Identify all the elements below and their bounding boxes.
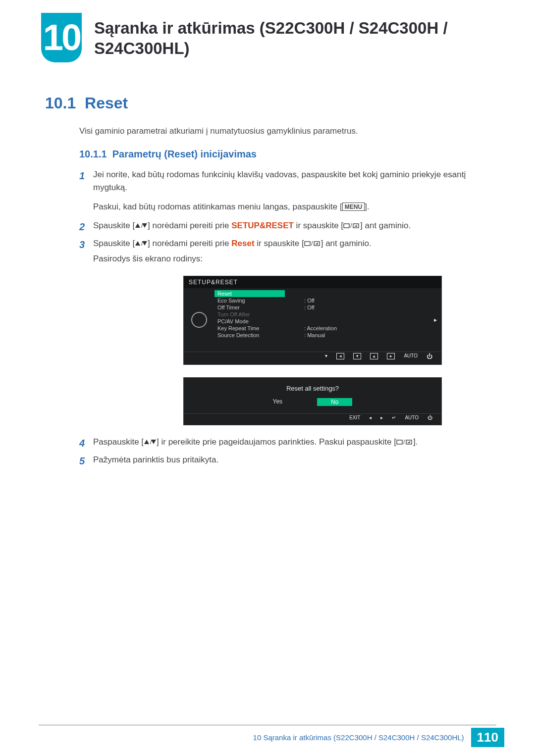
osd-title: SETUP&RESET xyxy=(184,276,441,288)
nav-left-icon[interactable]: ◂ xyxy=(336,353,344,359)
svg-text:/: / xyxy=(350,223,352,229)
svg-text:/: / xyxy=(311,241,313,247)
svg-rect-9 xyxy=(305,242,310,246)
manual-page: 10 Sąranka ir atkūrimas (S22C300H / S24C… xyxy=(0,0,535,756)
confirm-question: Reset all settings? xyxy=(184,378,441,392)
nav-left-icon[interactable]: ◂ xyxy=(369,415,372,425)
step1-text: Jei norite, kad būtų rodomas funkcinių k… xyxy=(93,170,466,192)
chapter-title: Sąranka ir atkūrimas (S22C300H / S24C300… xyxy=(94,18,500,59)
step-4: 4 Paspauskite [/] ir pereikite prie page… xyxy=(79,436,494,451)
section-description: Visi gaminio parametrai atkuriami į numa… xyxy=(79,126,358,136)
subsection-heading: 10.1.1 Parametrų (Reset) inicijavimas xyxy=(79,149,257,160)
setup-reset-label: SETUP&RESET xyxy=(231,221,294,230)
osd-nav-bar: ▾ ◂ ▾ ▴ ▸ AUTO ⏻ xyxy=(184,352,441,363)
subsection-number: 10.1.1 xyxy=(79,149,107,159)
footer-breadcrumb: 10 Sąranka ir atkūrimas (S22C300H / S24C… xyxy=(253,733,464,742)
up-down-icon: / xyxy=(135,223,148,229)
osd-item-key-repeat-time[interactable]: Key Repeat Time xyxy=(214,325,301,332)
svg-rect-3 xyxy=(344,224,349,228)
svg-marker-14 xyxy=(151,440,156,444)
page-footer: 10 Sąranka ir atkūrimas (S22C300H / S24C… xyxy=(0,728,535,747)
nav-enter-icon[interactable]: ↵ xyxy=(392,415,396,425)
svg-marker-8 xyxy=(142,241,147,246)
footer-rule xyxy=(39,725,496,725)
page-number: 110 xyxy=(471,728,504,747)
osd-item-reset[interactable]: Reset xyxy=(214,290,285,297)
svg-rect-11 xyxy=(314,242,320,246)
nav-right-icon[interactable]: ▸ xyxy=(387,353,395,359)
power-icon[interactable]: ⏻ xyxy=(428,415,432,425)
source-enter-icon: / xyxy=(396,439,413,445)
svg-marker-6 xyxy=(135,241,140,246)
step-1: 1 Jei norite, kad būtų rodomas funkcinių… xyxy=(79,168,494,213)
step-5: 5 Pažymėta parinktis bus pritaikyta. xyxy=(79,454,494,468)
confirm-no-option[interactable]: No xyxy=(317,398,352,406)
osd-value-eco-saving: Off xyxy=(301,297,429,304)
steps-list-2: 4 Paspauskite [/] ir pereikite prie page… xyxy=(79,436,494,471)
osd-confirm-dialog: Reset all settings? Yes No EXIT ◂ ▸ ↵ AU… xyxy=(183,377,442,425)
osd-value-key-repeat-time: Acceleration xyxy=(301,325,429,332)
section-heading: 10.1 Reset xyxy=(45,94,128,112)
confirm-nav-bar: EXIT ◂ ▸ ↵ AUTO ⏻ xyxy=(184,413,441,425)
power-icon[interactable]: ⏻ xyxy=(427,353,432,363)
osd-value-off-timer: Off xyxy=(301,304,429,311)
svg-rect-17 xyxy=(406,440,412,444)
svg-marker-12 xyxy=(144,440,149,444)
steps-list: 1 Jei norite, kad būtų rodomas funkcinių… xyxy=(79,168,494,268)
osd-setup-reset-menu: SETUP&RESET Reset Eco Saving Off Timer T… xyxy=(183,276,442,365)
step-2: 2 Spauskite [/] norėdami pereiti prie SE… xyxy=(79,219,494,234)
subsection-title: Parametrų (Reset) inicijavimas xyxy=(112,149,257,159)
svg-rect-15 xyxy=(397,440,402,444)
nav-exit-label[interactable]: EXIT xyxy=(349,415,360,425)
svg-marker-2 xyxy=(142,223,147,228)
step-3: 3 Spauskite [/] norėdami pereiti prie Re… xyxy=(79,237,494,265)
nav-auto-label[interactable]: AUTO xyxy=(404,353,418,363)
step5-text: Pažymėta parinktis bus pritaikyta. xyxy=(93,455,218,464)
osd-item-eco-saving[interactable]: Eco Saving xyxy=(214,297,301,304)
nav-up-icon[interactable]: ▴ xyxy=(370,353,378,359)
osd-item-pc-av-mode[interactable]: PC/AV Mode xyxy=(214,318,301,325)
submenu-arrow-icon: ▸ xyxy=(429,288,441,352)
osd-item-source-detection[interactable]: Source Detection xyxy=(214,332,301,339)
step1b-pre: Paskui, kad būtų rodomas atitinkamas men… xyxy=(93,202,342,211)
nav-down-icon[interactable]: ▾ xyxy=(353,353,361,359)
up-down-icon: / xyxy=(144,439,157,445)
nav-right-icon[interactable]: ▸ xyxy=(380,415,383,425)
osd-value-source-detection: Manual xyxy=(301,332,429,339)
confirm-yes-option[interactable]: Yes xyxy=(273,398,283,406)
chapter-number: 10 xyxy=(41,13,82,62)
step1b-post: ]. xyxy=(365,202,369,211)
section-title: Reset xyxy=(85,94,128,112)
svg-marker-0 xyxy=(135,223,140,228)
svg-rect-5 xyxy=(353,224,359,228)
section-number: 10.1 xyxy=(45,94,76,112)
source-enter-icon: / xyxy=(343,223,360,229)
gear-icon xyxy=(191,312,207,328)
menu-button-icon: MENU xyxy=(342,202,365,211)
chapter-badge: 10 xyxy=(41,13,82,62)
svg-text:/: / xyxy=(403,439,405,445)
source-enter-icon: / xyxy=(304,241,321,247)
reset-label: Reset xyxy=(231,239,254,248)
osd-item-turn-off-after: Turn Off After xyxy=(214,311,301,318)
up-down-icon: / xyxy=(135,241,148,247)
step3-tail: Pasirodys šis ekrano rodinys: xyxy=(93,254,203,263)
osd-item-off-timer[interactable]: Off Timer xyxy=(214,304,301,311)
nav-auto-label[interactable]: AUTO xyxy=(405,415,419,425)
